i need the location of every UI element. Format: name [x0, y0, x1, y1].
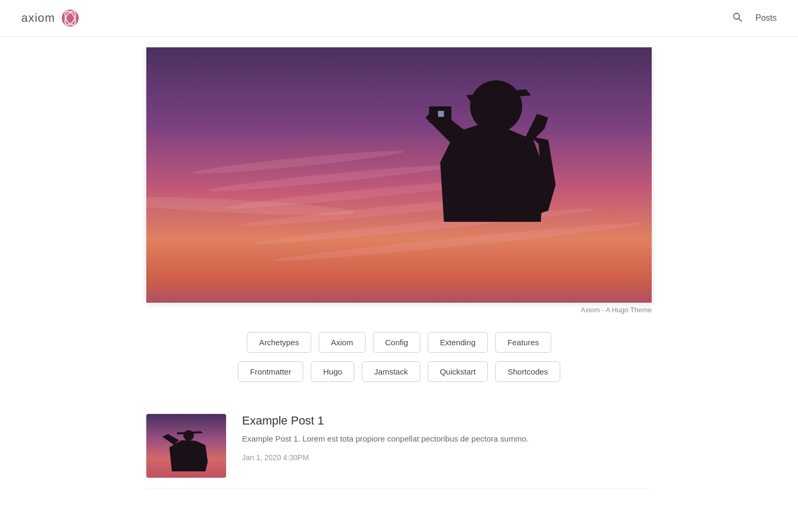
tags-row-2: Frontmatter Hugo Jamstack Quickstart Sho…	[238, 361, 560, 382]
tag-jamstack[interactable]: Jamstack	[362, 361, 420, 382]
tag-hugo[interactable]: Hugo	[311, 361, 354, 382]
tags-row-1: Archetypes Axiom Config Extending Featur…	[247, 332, 551, 353]
svg-point-3	[734, 13, 739, 19]
search-icon	[732, 12, 743, 22]
tags-section: Archetypes Axiom Config Extending Featur…	[0, 321, 798, 398]
tag-frontmatter[interactable]: Frontmatter	[238, 361, 304, 382]
hero-canvas	[146, 47, 652, 303]
hero-image	[146, 47, 652, 303]
header-nav: Posts	[730, 10, 777, 27]
hero-caption: Axiom - A Hugo Theme	[146, 303, 652, 321]
tag-archetypes[interactable]: Archetypes	[247, 332, 311, 353]
post-title[interactable]: Example Post 1	[242, 414, 652, 428]
hero-section: Axiom - A Hugo Theme	[0, 37, 798, 321]
nav-posts-link[interactable]: Posts	[755, 13, 777, 23]
post-thumb-canvas	[146, 414, 226, 478]
tag-shortcodes[interactable]: Shortcodes	[495, 361, 560, 382]
svg-line-4	[739, 19, 742, 21]
site-header: axiom Posts	[0, 0, 798, 37]
post-content: Example Post 1 Example Post 1. Lorem est…	[242, 414, 652, 462]
post-item: Example Post 1 Example Post 1. Lorem est…	[146, 403, 652, 489]
logo-icon	[61, 9, 80, 28]
search-button[interactable]	[730, 10, 745, 27]
post-excerpt: Example Post 1. Lorem est tota propiore …	[242, 433, 652, 445]
tag-features[interactable]: Features	[495, 332, 551, 353]
post-thumbnail	[146, 414, 226, 478]
tag-quickstart[interactable]: Quickstart	[428, 361, 488, 382]
logo-area[interactable]: axiom	[21, 9, 80, 28]
tag-axiom[interactable]: Axiom	[319, 332, 365, 353]
tag-config[interactable]: Config	[373, 332, 420, 353]
posts-section: Example Post 1 Example Post 1. Lorem est…	[146, 398, 652, 510]
logo-text: axiom	[21, 11, 55, 25]
tag-extending[interactable]: Extending	[428, 332, 488, 353]
post-date: Jan 1, 2020 4:30PM	[242, 453, 309, 462]
